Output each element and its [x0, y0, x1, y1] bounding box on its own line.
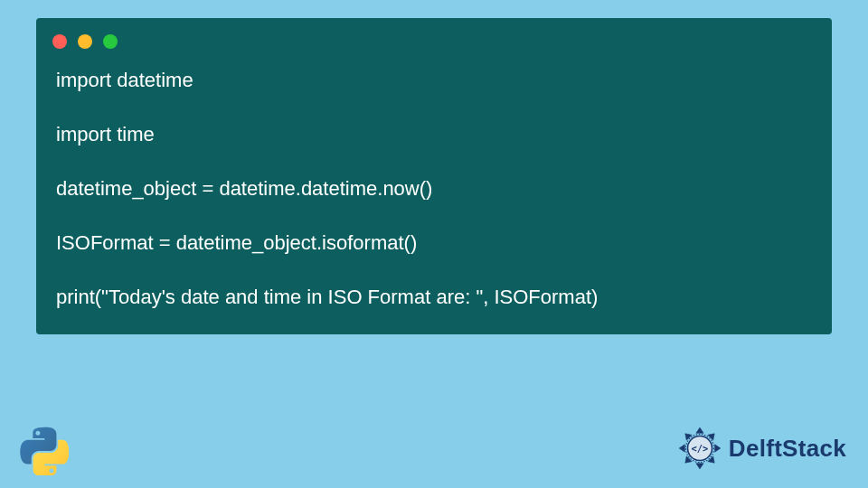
- code-line: [56, 257, 812, 284]
- svg-marker-2: [714, 445, 720, 452]
- python-logo-icon: [20, 427, 69, 475]
- svg-text:</>: </>: [691, 443, 708, 454]
- svg-marker-5: [683, 456, 692, 465]
- svg-marker-1: [708, 431, 717, 440]
- code-line: [56, 94, 812, 121]
- code-line: import datetime: [56, 67, 812, 94]
- svg-marker-6: [679, 445, 684, 452]
- code-body: import datetime import time datetime_obj…: [36, 56, 832, 318]
- code-line: [56, 202, 812, 230]
- delftstack-label: DelftStack: [729, 435, 846, 463]
- svg-marker-7: [683, 431, 692, 440]
- code-line: ISOFormat = datetime_object.isoformat(): [56, 230, 812, 257]
- close-icon: [52, 34, 67, 49]
- code-line: datetime_object = datetime.datetime.now(…: [56, 175, 812, 202]
- delftstack-emblem-icon: </>: [676, 425, 723, 472]
- code-line: import time: [56, 121, 812, 148]
- window-traffic-lights: [36, 18, 832, 56]
- code-window: import datetime import time datetime_obj…: [36, 18, 832, 334]
- minimize-icon: [78, 34, 92, 49]
- maximize-icon: [103, 34, 118, 49]
- code-line: print("Today's date and time in ISO Form…: [56, 284, 812, 311]
- code-line: [56, 148, 812, 175]
- svg-marker-0: [696, 427, 703, 433]
- svg-marker-3: [708, 456, 717, 465]
- delftstack-brand: </> DelftStack: [676, 425, 846, 472]
- svg-marker-4: [696, 464, 703, 469]
